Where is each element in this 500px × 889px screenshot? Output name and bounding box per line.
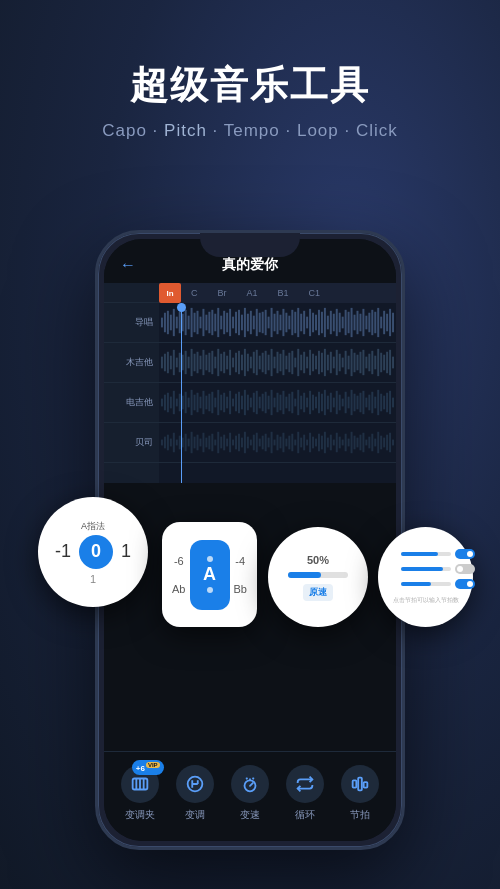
capo-right-value: 1 [121, 541, 131, 562]
svg-rect-8 [185, 310, 187, 335]
svg-rect-181 [229, 391, 231, 414]
svg-rect-117 [274, 357, 276, 369]
toolbar-icon-wrap-loop [285, 764, 325, 804]
svg-rect-175 [211, 392, 213, 413]
svg-rect-89 [191, 349, 193, 376]
floating-pitch-selector[interactable]: -6 Ab A -4 Bb [162, 522, 257, 627]
eq-track-0 [401, 552, 451, 556]
svg-rect-177 [217, 390, 219, 415]
svg-rect-79 [161, 357, 163, 369]
svg-rect-183 [235, 394, 237, 412]
svg-rect-5 [176, 317, 178, 329]
vip-badge: VIP [146, 762, 160, 768]
svg-rect-53 [318, 310, 320, 335]
toolbar-label-pitch: 变调 [185, 808, 205, 822]
svg-rect-263 [238, 434, 240, 452]
svg-rect-301 [351, 432, 353, 453]
pitch-right: -4 Bb [234, 555, 247, 595]
floating-eq-control[interactable]: 点击节拍可以输入节拍数 [378, 527, 473, 627]
svg-rect-291 [321, 436, 323, 450]
svg-rect-197 [277, 393, 279, 413]
svg-rect-311 [380, 436, 382, 450]
svg-rect-0 [161, 318, 163, 328]
svg-rect-251 [202, 433, 204, 453]
floating-capo-dial[interactable]: A指法 -1 0 1 1 [38, 497, 148, 607]
svg-rect-231 [377, 390, 379, 415]
svg-rect-83 [173, 350, 175, 375]
svg-rect-156 [389, 350, 391, 375]
svg-rect-235 [389, 391, 391, 414]
svg-rect-207 [306, 398, 308, 408]
svg-rect-80 [164, 354, 166, 372]
svg-rect-214 [327, 396, 329, 410]
svg-rect-48 [303, 311, 305, 334]
svg-rect-179 [223, 393, 225, 413]
svg-rect-189 [253, 393, 255, 413]
track-label-3: 贝司 [104, 423, 159, 463]
toolbar-item-pitch[interactable]: 变调 [173, 764, 217, 822]
svg-rect-70 [368, 313, 370, 333]
svg-rect-182 [232, 399, 234, 407]
capo-dial-label: A指法 [81, 520, 105, 533]
svg-rect-150 [371, 351, 373, 374]
svg-rect-324 [364, 782, 368, 788]
svg-rect-176 [214, 398, 216, 408]
svg-rect-94 [205, 355, 207, 371]
track-label-0: 导唱 [104, 303, 159, 343]
svg-rect-232 [380, 394, 382, 412]
svg-rect-259 [226, 439, 228, 447]
svg-rect-119 [279, 354, 281, 372]
svg-rect-87 [185, 351, 187, 374]
svg-rect-266 [247, 437, 249, 449]
svg-rect-230 [374, 397, 376, 409]
svg-rect-234 [386, 393, 388, 413]
track-row-1 [159, 343, 396, 383]
toolbar-icon-wrap-capo: +6VIP [120, 764, 160, 804]
svg-rect-127 [303, 352, 305, 373]
svg-rect-257 [220, 437, 222, 449]
svg-rect-125 [297, 349, 299, 376]
toolbar-item-click[interactable]: 节拍 [338, 764, 382, 822]
svg-rect-228 [368, 395, 370, 411]
svg-rect-305 [362, 433, 364, 453]
svg-rect-73 [377, 308, 379, 337]
svg-rect-140 [342, 358, 344, 368]
svg-rect-269 [256, 433, 258, 453]
svg-rect-194 [268, 396, 270, 410]
svg-rect-104 [235, 353, 237, 373]
svg-rect-157 [392, 357, 394, 369]
toolbar-item-capo[interactable]: +6VIP 变调夹 [118, 764, 162, 822]
svg-rect-54 [321, 312, 323, 333]
svg-rect-272 [265, 434, 267, 452]
svg-rect-210 [315, 397, 317, 409]
svg-rect-271 [262, 436, 264, 450]
svg-rect-129 [309, 350, 311, 375]
phone-notch [200, 233, 300, 257]
svg-rect-280 [288, 436, 290, 450]
svg-rect-120 [282, 350, 284, 375]
eq-sublabel: 点击节拍可以输入节拍数 [393, 596, 459, 605]
svg-rect-35 [265, 310, 267, 335]
svg-rect-304 [359, 435, 361, 451]
waveform-area[interactable]: 导唱 木吉他 电吉他 贝司 In B C Br A1 B1 C1 [104, 283, 396, 483]
svg-rect-99 [220, 354, 222, 372]
svg-rect-161 [170, 397, 172, 409]
toolbar-item-tempo[interactable]: 变速 [228, 764, 272, 822]
eq-toggle-1[interactable] [455, 564, 475, 574]
toolbar-label-loop: 循环 [295, 808, 315, 822]
svg-rect-267 [250, 440, 252, 446]
eq-toggle-2[interactable] [455, 579, 475, 589]
svg-rect-108 [247, 354, 249, 372]
svg-rect-264 [241, 438, 243, 448]
pitch-dot-bottom [207, 587, 213, 593]
pitch-center: A [190, 540, 230, 610]
toolbar-item-loop[interactable]: 循环 [283, 764, 327, 822]
floating-speed-control[interactable]: 50% 原速 [268, 527, 368, 627]
svg-rect-281 [291, 434, 293, 452]
eq-toggle-0[interactable] [455, 549, 475, 559]
svg-rect-270 [259, 439, 261, 447]
svg-rect-22 [226, 313, 228, 333]
eq-fill-2 [401, 582, 431, 586]
svg-rect-184 [238, 392, 240, 413]
back-button[interactable]: ← [120, 256, 136, 274]
